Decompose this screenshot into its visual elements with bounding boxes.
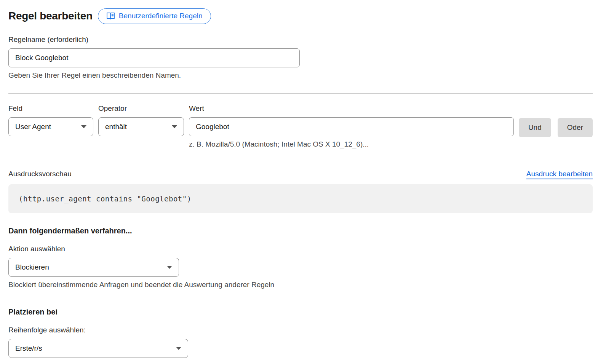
value-label: Wert: [189, 104, 514, 113]
placement-order-select-value: Erste/r/s: [15, 344, 42, 353]
action-group: Aktion auswählen Blockieren: [8, 245, 179, 277]
section-divider: [8, 93, 593, 94]
custom-rules-docs-label: Benutzerdefinierte Regeln: [119, 12, 203, 21]
chevron-down-icon: [81, 125, 86, 128]
chevron-down-icon: [167, 266, 172, 269]
edit-expression-link[interactable]: Ausdruck bearbeiten: [526, 170, 593, 178]
operator-column: Operator enthält: [98, 104, 184, 136]
action-select[interactable]: Blockieren: [8, 258, 179, 277]
placement-label: Reihenfolge auswählen:: [8, 326, 188, 334]
chevron-down-icon: [176, 347, 181, 350]
action-helper: Blockiert übereinstimmende Anfragen und …: [8, 281, 593, 289]
open-book-icon: [106, 12, 115, 20]
expression-preview-label: Ausdrucksvorschau: [8, 170, 72, 178]
value-column: Wert z. B. Mozilla/5.0 (Macintosh; Intel…: [189, 104, 514, 148]
page-header: Regel bearbeiten Benutzerdefinierte Rege…: [8, 8, 593, 24]
action-select-value: Blockieren: [15, 263, 49, 271]
operator-select[interactable]: enthält: [98, 117, 184, 136]
operator-select-value: enthält: [105, 123, 127, 131]
value-helper: z. B. Mozilla/5.0 (Macintosh; Intel Mac …: [189, 140, 514, 148]
placement-group: Reihenfolge auswählen: Erste/r/s: [8, 326, 188, 358]
rule-name-group: Regelname (erforderlich): [8, 35, 300, 67]
expression-code-block: (http.user_agent contains "Googlebot"): [8, 184, 593, 213]
field-select-value: User Agent: [15, 123, 51, 131]
edit-rule-form: Regel bearbeiten Benutzerdefinierte Rege…: [0, 0, 598, 358]
action-section-heading: Dann folgendermaßen verfahren...: [8, 227, 593, 235]
placement-section-heading: Platzieren bei: [8, 308, 593, 316]
rule-name-input[interactable]: [8, 48, 300, 67]
and-button[interactable]: Und: [519, 118, 551, 137]
rule-name-label: Regelname (erforderlich): [8, 35, 300, 44]
field-select[interactable]: User Agent: [8, 117, 93, 136]
field-label: Feld: [8, 104, 93, 113]
or-button[interactable]: Oder: [558, 118, 593, 137]
rule-name-helper: Geben Sie Ihrer Regel einen beschreibend…: [8, 71, 593, 80]
condition-row: Feld User Agent Operator enthält Wert z.…: [8, 104, 593, 148]
operator-label: Operator: [98, 104, 184, 113]
value-input[interactable]: [189, 117, 514, 136]
custom-rules-docs-button[interactable]: Benutzerdefinierte Regeln: [98, 8, 211, 24]
page-title: Regel bearbeiten: [8, 10, 93, 22]
chevron-down-icon: [172, 125, 177, 128]
placement-order-select[interactable]: Erste/r/s: [8, 339, 188, 358]
field-column: Feld User Agent: [8, 104, 93, 136]
action-label: Aktion auswählen: [8, 245, 179, 253]
expression-preview-header: Ausdrucksvorschau Ausdruck bearbeiten: [8, 170, 593, 178]
